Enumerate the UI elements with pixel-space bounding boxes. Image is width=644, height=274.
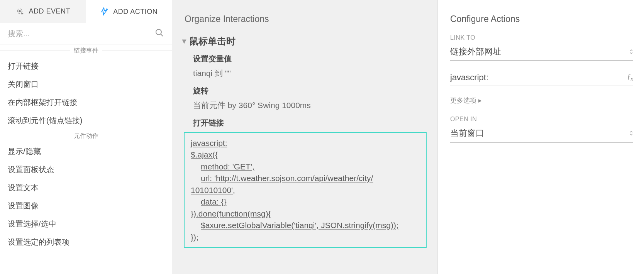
action-scroll-to[interactable]: 滚动到元件(锚点链接) [0,112,172,130]
middle-panel: Organize Interactions 鼠标单击时 设置变量值 tianqi… [172,0,437,274]
link-to-select[interactable]: 链接外部网址 [450,44,633,61]
action-set-image[interactable]: 设置图像 [0,197,172,215]
disclosure-icon [181,36,187,47]
action-show-hide[interactable]: 显示/隐藏 [0,142,172,161]
action-set-selected[interactable]: 设置选择/选中 [0,215,172,233]
left-panel: ADD EVENT ADD ACTION 链接事件 打开链接 关 [0,0,172,274]
organize-title: Organize Interactions [181,14,428,24]
event-name: 鼠标单击时 [189,35,236,47]
subaction-title: 设置变量值 [193,54,428,64]
section-header-link: 链接事件 [0,44,172,57]
section-label: 元件动作 [70,132,102,140]
code-line: }) [191,233,196,242]
chevron-updown-icon [629,49,633,54]
action-close-window[interactable]: 关闭窗口 [0,75,172,93]
section-label: 链接事件 [70,47,102,55]
mouse-click-icon [15,7,25,16]
action-list-link: 打开链接 关闭窗口 在内部框架打开链接 滚动到元件(锚点链接) [0,57,172,130]
subaction-detail: 当前元件 by 360° Swing 1000ms [193,100,428,111]
subaction-set-var[interactable]: 设置变量值 tianqi 到 "" [181,54,428,79]
configure-title: Configure Actions [450,14,633,24]
tab-add-action-label: ADD ACTION [113,8,158,16]
code-line: data: {} [201,197,227,206]
code-line: $axure.setGlobalVariable('tianqi', JSON.… [201,221,398,230]
subaction-detail: tianqi 到 "" [193,68,428,79]
search-icon[interactable] [155,28,164,39]
code-line: ; [196,233,198,242]
code-line: url: 'http://t.weather.sojson.com/api/we… [201,174,373,183]
action-open-link[interactable]: 打开链接 [0,57,172,75]
action-list-widget: 显示/隐藏 设置面板状态 设置文本 设置图像 设置选择/选中 设置选定的列表项 [0,142,172,251]
section-header-widget: 元件动作 [0,130,172,142]
open-in-label: OPEN IN [450,116,633,123]
svg-point-2 [156,29,161,35]
search-row [0,23,172,44]
event-row[interactable]: 鼠标单击时 [181,35,428,47]
search-input[interactable] [8,29,155,38]
code-box[interactable]: javascript: $.ajax({ method: 'GET', url:… [184,132,427,248]
link-to-label: LINK TO [450,34,633,41]
action-set-text[interactable]: 设置文本 [0,179,172,197]
subaction-title: 打开链接 [193,118,428,128]
more-options[interactable]: 更多选项 ▸ [450,96,633,105]
action-open-in-frame[interactable]: 在内部框架打开链接 [0,93,172,112]
tab-bar: ADD EVENT ADD ACTION [0,0,172,23]
chevron-updown-icon [629,130,633,136]
code-line: $.ajax({ [191,150,218,159]
tab-add-action[interactable]: ADD ACTION [86,0,172,23]
open-in-select[interactable]: 当前窗口 [450,126,633,142]
subaction-title: 旋转 [193,86,428,96]
code-line: javascript: [191,139,227,147]
action-set-list[interactable]: 设置选定的列表项 [0,233,172,251]
link-to-value: 链接外部网址 [450,46,501,58]
svg-point-1 [19,10,20,12]
code-line: 101010100', [191,186,235,195]
code-line: method: 'GET', [201,162,254,171]
code-line: }).done(function(msg){ [191,209,271,218]
tab-add-event-label: ADD EVENT [29,7,70,15]
subaction-rotate[interactable]: 旋转 当前元件 by 360° Swing 1000ms [181,86,428,111]
tab-add-event[interactable]: ADD EVENT [0,0,86,23]
subaction-open-link[interactable]: 打开链接 [181,118,428,128]
open-in-value: 当前窗口 [450,127,484,139]
right-panel: Configure Actions LINK TO 链接外部网址 ƒx 更多选项… [437,0,644,274]
url-field[interactable]: ƒx [450,71,633,86]
url-input[interactable] [450,73,627,83]
fx-icon[interactable]: ƒx [627,73,633,83]
action-set-panel[interactable]: 设置面板状态 [0,161,172,179]
lightning-plus-icon [100,7,109,16]
